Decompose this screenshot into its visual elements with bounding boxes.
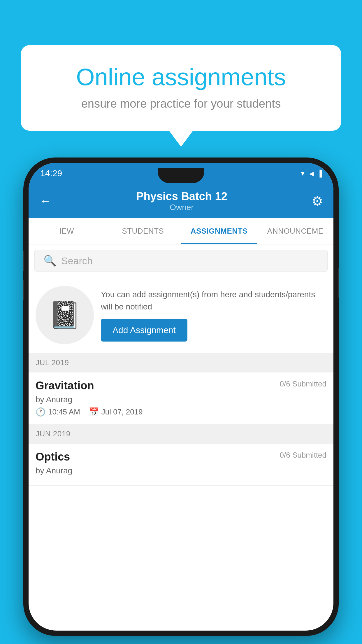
app-content: 🔍 Search 📓 You can add assignment(s) fro… — [29, 244, 333, 486]
settings-icon[interactable]: ⚙ — [312, 194, 323, 209]
phone-screen: 14:29 ← Physics Batch 12 Owner ⚙ IEW STU… — [29, 163, 333, 631]
wifi-icon — [300, 169, 306, 177]
promo-text: You can add assignment(s) from here and … — [101, 288, 326, 313]
assignment-name: Gravitation — [36, 379, 94, 392]
tabs-bar: IEW STUDENTS ASSIGNMENTS ANNOUNCEME — [29, 218, 333, 244]
bubble-title: Online assignments — [44, 63, 318, 91]
assignment-time: 10:45 AM — [48, 407, 80, 416]
search-container: 🔍 Search — [29, 244, 333, 277]
battery-icon — [317, 169, 322, 177]
assignment-row-top-optics: Optics 0/6 Submitted — [36, 451, 326, 463]
calendar-icon: 📅 — [89, 407, 99, 417]
vol-down-button — [23, 280, 24, 300]
promo-right: You can add assignment(s) from here and … — [101, 288, 326, 342]
assignment-name-optics: Optics — [36, 451, 70, 463]
add-assignment-button[interactable]: Add Assignment — [101, 319, 187, 342]
clock-icon: 🕐 — [36, 407, 46, 417]
search-placeholder: Search — [61, 255, 93, 267]
section-header-jun: JUN 2019 — [29, 424, 333, 444]
meta-time: 🕐 10:45 AM — [36, 407, 80, 417]
tab-iew[interactable]: IEW — [29, 218, 105, 244]
app-header: ← Physics Batch 12 Owner ⚙ — [29, 184, 333, 218]
phone-frame: 14:29 ← Physics Batch 12 Owner ⚙ IEW STU… — [23, 158, 339, 636]
speech-bubble: Online assignments ensure more practice … — [21, 45, 341, 131]
back-button[interactable]: ← — [39, 194, 52, 208]
meta-date: 📅 Jul 07, 2019 — [89, 407, 143, 417]
search-bar[interactable]: 🔍 Search — [34, 250, 328, 272]
notch — [158, 168, 204, 183]
assignment-date: Jul 07, 2019 — [101, 407, 143, 416]
assignment-submitted-optics: 0/6 Submitted — [280, 451, 326, 460]
header-title: Physics Batch 12 — [136, 190, 227, 203]
assignment-item[interactable]: Gravitation 0/6 Submitted by Anurag 🕐 10… — [29, 372, 333, 424]
notebook-icon: 📓 — [48, 300, 81, 330]
section-header-jul: JUL 2019 — [29, 353, 333, 372]
tab-assignments[interactable]: ASSIGNMENTS — [181, 218, 257, 244]
power-button — [338, 268, 339, 298]
bubble-subtitle: ensure more practice for your students — [44, 97, 318, 110]
assignment-item-optics[interactable]: Optics 0/6 Submitted by Anurag — [29, 444, 333, 486]
assignment-submitted: 0/6 Submitted — [280, 379, 326, 388]
tab-announcements[interactable]: ANNOUNCEME — [257, 218, 334, 244]
assignment-author: by Anurag — [36, 395, 326, 404]
signal-icon — [309, 169, 314, 177]
speech-bubble-container: Online assignments ensure more practice … — [21, 45, 341, 131]
status-icons — [300, 169, 322, 177]
promo-icon-circle: 📓 — [36, 286, 94, 344]
vol-up-button — [23, 251, 24, 271]
assignment-row-top: Gravitation 0/6 Submitted — [36, 379, 326, 392]
header-subtitle: Owner — [136, 203, 227, 212]
assignment-promo: 📓 You can add assignment(s) from here an… — [29, 277, 333, 353]
search-icon: 🔍 — [43, 255, 57, 267]
header-center: Physics Batch 12 Owner — [136, 190, 227, 212]
status-time: 14:29 — [40, 168, 62, 178]
assignment-author-optics: by Anurag — [36, 466, 326, 475]
tab-students[interactable]: STUDENTS — [105, 218, 181, 244]
assignment-meta: 🕐 10:45 AM 📅 Jul 07, 2019 — [36, 407, 326, 417]
